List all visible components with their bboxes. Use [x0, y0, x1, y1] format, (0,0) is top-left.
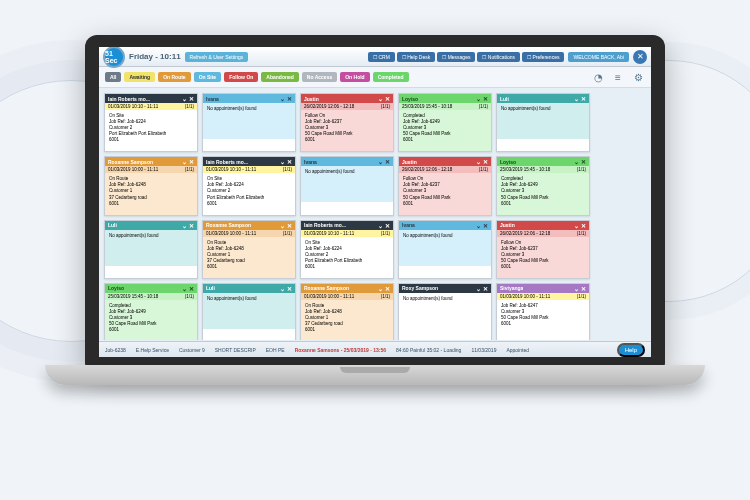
chevron-down-icon[interactable]: ⌄ ✕	[574, 222, 586, 229]
card-header: Justin⌄ ✕	[301, 94, 393, 103]
footer-sub: 84:60 Painful 35:02 - Loading	[396, 347, 461, 353]
topnav-button-1[interactable]: ☐ Help Desk	[397, 52, 435, 62]
chevron-down-icon[interactable]: ⌄ ✕	[476, 285, 488, 292]
welcome-button[interactable]: WELCOME BACK, Abi	[568, 52, 629, 62]
chevron-down-icon[interactable]: ⌄ ✕	[378, 222, 390, 229]
appointment-card[interactable]: Loyiso⌄ ✕25/03/2019 15:45 - 10:18(1/1)Co…	[104, 283, 198, 340]
chevron-down-icon[interactable]: ⌄ ✕	[378, 95, 390, 102]
appointment-card[interactable]: Roxanne Sampson⌄ ✕01/03/2019 10:00 - 11:…	[300, 283, 394, 340]
chevron-down-icon[interactable]: ⌄ ✕	[280, 285, 292, 292]
pie-chart-icon[interactable]: ◔	[591, 70, 605, 84]
card-body: On RouteJob Ref: Job-6248Customer 137 Ce…	[105, 173, 197, 214]
appointment-card[interactable]: Ivana⌄ ✕No appointment(s) found	[300, 156, 394, 215]
card-header: Roxanne Sampson⌄ ✕	[301, 284, 393, 293]
card-time: 25/03/2019 15:45 - 10:18(1/1)	[399, 103, 491, 110]
topnav-button-0[interactable]: ☐ CRM	[368, 52, 395, 62]
appointment-card[interactable]: Loyiso⌄ ✕25/03/2019 15:45 - 10:18(1/1)Co…	[398, 93, 492, 152]
chevron-down-icon[interactable]: ⌄ ✕	[574, 285, 586, 292]
status-filter-no-access[interactable]: No Access	[302, 72, 337, 82]
chevron-down-icon[interactable]: ⌄ ✕	[280, 95, 292, 102]
card-header: Luli⌄ ✕	[105, 221, 197, 230]
chevron-down-icon[interactable]: ⌄ ✕	[280, 222, 292, 229]
card-body: Follow OnJob Ref: Job-6237Customer 350 C…	[497, 237, 589, 278]
appointment-card[interactable]: Justin⌄ ✕26/02/2019 12:06 - 12:18(1/1)Fo…	[496, 220, 590, 279]
topnav-button-3[interactable]: ☐ Notifications	[477, 52, 520, 62]
appointment-card[interactable]: Luli⌄ ✕No appointment(s) found	[202, 283, 296, 340]
footer-jobref: Job-6238	[105, 347, 126, 353]
card-time: 26/02/2019 12:06 - 12:18(1/1)	[301, 103, 393, 110]
status-filter-on-hold[interactable]: On Hold	[340, 72, 369, 82]
card-time: 01/03/2019 10:00 - 11:11(1/1)	[497, 293, 589, 300]
card-header: Iain Roberts mo...⌄ ✕	[105, 94, 197, 103]
appointment-card[interactable]: Roxanne Sampson⌄ ✕01/03/2019 10:00 - 11:…	[104, 156, 198, 215]
appointment-card[interactable]: Luli⌄ ✕No appointment(s) found	[496, 93, 590, 152]
appointment-card[interactable]: Roxanne Sampson⌄ ✕01/03/2019 10:00 - 11:…	[202, 220, 296, 279]
status-filter-abandoned[interactable]: Abandoned	[261, 72, 299, 82]
appointment-card[interactable]: Siviyanga⌄ ✕01/03/2019 10:00 - 11:11(1/1…	[496, 283, 590, 340]
appointment-card[interactable]: Ivana⌄ ✕No appointment(s) found	[202, 93, 296, 152]
footer-type: Appointed	[506, 347, 529, 353]
status-filter-completed[interactable]: Completed	[373, 72, 409, 82]
footer-date: 11/03/2019	[471, 347, 496, 353]
refresh-button[interactable]: Refresh & User Settings	[185, 52, 249, 62]
card-header: Luli⌄ ✕	[203, 284, 295, 293]
chevron-down-icon[interactable]: ⌄ ✕	[476, 95, 488, 102]
status-filter-all[interactable]: All	[105, 72, 121, 82]
chevron-down-icon[interactable]: ⌄ ✕	[182, 285, 194, 292]
appointment-card[interactable]: Loyiso⌄ ✕25/03/2019 15:45 - 10:18(1/1)Co…	[496, 156, 590, 215]
card-body: On RouteJob Ref: Job-6248Customer 137 Ce…	[203, 237, 295, 278]
chevron-down-icon[interactable]: ⌄ ✕	[182, 95, 194, 102]
topnav-button-2[interactable]: ☐ Messages	[437, 52, 475, 62]
card-header: Loyiso⌄ ✕	[105, 284, 197, 293]
chevron-down-icon[interactable]: ⌄ ✕	[378, 285, 390, 292]
chevron-down-icon[interactable]: ⌄ ✕	[378, 158, 390, 165]
card-time: 01/03/2019 10:10 - 11:11(1/1)	[203, 166, 295, 173]
appointment-card[interactable]: Iain Roberts mo...⌄ ✕01/03/2019 10:10 - …	[300, 220, 394, 279]
card-body: Follow OnJob Ref: Job-6237Customer 350 C…	[301, 110, 393, 151]
chevron-down-icon[interactable]: ⌄ ✕	[280, 158, 292, 165]
share-icon[interactable]: ⚙	[631, 70, 645, 84]
card-body: No appointment(s) found	[301, 166, 393, 202]
chevron-down-icon[interactable]: ⌄ ✕	[182, 158, 194, 165]
chevron-down-icon[interactable]: ⌄ ✕	[476, 222, 488, 229]
chevron-down-icon[interactable]: ⌄ ✕	[182, 222, 194, 229]
status-filter-awaiting[interactable]: Awaiting	[124, 72, 155, 82]
appointment-card[interactable]: Justin⌄ ✕26/02/2019 12:06 - 12:18(1/1)Fo…	[398, 156, 492, 215]
appointment-card[interactable]: Luli⌄ ✕No appointment(s) found	[104, 220, 198, 279]
card-body: No appointment(s) found	[105, 230, 197, 266]
status-filter-on-route[interactable]: On Route	[158, 72, 191, 82]
status-filter-on-site[interactable]: On Site	[194, 72, 222, 82]
appointment-card[interactable]: Iain Roberts mo...⌄ ✕01/03/2019 10:10 - …	[202, 156, 296, 215]
appointment-card[interactable]: Justin⌄ ✕26/02/2019 12:06 - 12:18(1/1)Fo…	[300, 93, 394, 152]
laptop-frame: 51 Sec Friday - 10:11 Refresh & User Set…	[85, 35, 665, 385]
topnav-button-4[interactable]: ☐ Preferences	[522, 52, 564, 62]
card-body: Job Ref: Job-6247Customer 350 Cape Road …	[497, 300, 589, 336]
card-header: Ivana⌄ ✕	[301, 157, 393, 166]
close-icon[interactable]: ✕	[633, 50, 647, 64]
card-header: Iain Roberts mo...⌄ ✕	[203, 157, 295, 166]
chevron-down-icon[interactable]: ⌄ ✕	[574, 95, 586, 102]
card-header: Justin⌄ ✕	[399, 157, 491, 166]
footer-service: E.Help Service	[136, 347, 169, 353]
card-header: Iain Roberts mo...⌄ ✕	[301, 221, 393, 230]
card-body: No appointment(s) found	[203, 103, 295, 139]
card-header: Roxy Sampson⌄ ✕	[399, 284, 491, 293]
chevron-down-icon[interactable]: ⌄ ✕	[476, 158, 488, 165]
card-time: 01/03/2019 10:00 - 11:11(1/1)	[203, 230, 295, 237]
appointment-card[interactable]: Iain Roberts mo...⌄ ✕01/03/2019 10:10 - …	[104, 93, 198, 152]
footer-descrip: SHORT DESCRIP	[215, 347, 256, 353]
help-button[interactable]: Help	[617, 343, 645, 357]
status-filter-follow-on[interactable]: Follow On	[224, 72, 258, 82]
card-time: 25/03/2019 15:45 - 10:18(1/1)	[497, 166, 589, 173]
laptop-base	[45, 365, 705, 385]
appointment-card[interactable]: Ivana⌄ ✕No appointment(s) found	[398, 220, 492, 279]
card-body: On SiteJob Ref: Job-6224Customer 2Port E…	[105, 110, 197, 151]
appointment-card[interactable]: Roxy Sampson⌄ ✕No appointment(s) found	[398, 283, 492, 340]
card-header: Roxanne Sampson⌄ ✕	[105, 157, 197, 166]
card-time: 25/03/2019 15:45 - 10:18(1/1)	[105, 293, 197, 300]
card-header: Siviyanga⌄ ✕	[497, 284, 589, 293]
chevron-down-icon[interactable]: ⌄ ✕	[574, 158, 586, 165]
status-filter-row: AllAwaitingOn RouteOn SiteFollow OnAband…	[99, 67, 651, 88]
list-icon[interactable]: ≡	[611, 70, 625, 84]
card-time: 01/03/2019 10:00 - 11:11(1/1)	[105, 166, 197, 173]
